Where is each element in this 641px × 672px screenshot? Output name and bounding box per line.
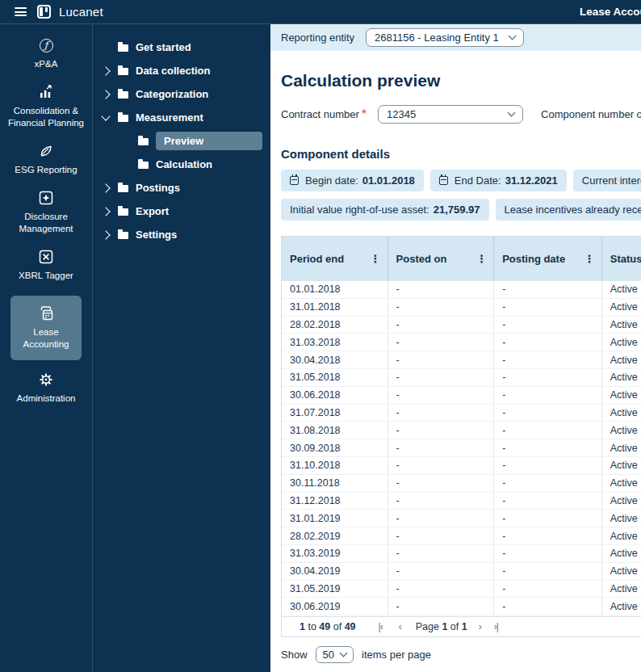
chevron-right-icon[interactable] (101, 90, 110, 99)
column-menu-icon[interactable]: ⋮ (584, 253, 595, 265)
tree-item-settings[interactable]: Settings (93, 223, 270, 246)
cell-posting-date: - (494, 598, 602, 615)
cell-posted-on: - (388, 439, 495, 456)
chip-value: 31.12.2021 (505, 174, 558, 187)
tree-item-get-started[interactable]: Get started (93, 36, 270, 59)
folder-icon (138, 162, 149, 169)
cell-posted-on: - (388, 598, 495, 615)
tree-item-label-selected: Preview (156, 132, 262, 150)
main-content: Reporting entity 2681156 - Leasing Entit… (270, 24, 641, 672)
cell-posting-date: - (494, 457, 602, 474)
cell-posted-on: - (388, 351, 495, 368)
table-row: 30.04.2018 - - Active (282, 351, 641, 369)
tree-item-postings[interactable]: Postings (93, 176, 270, 200)
first-page-icon[interactable]: |‹ (379, 621, 383, 632)
tree-item-data-collection[interactable]: Data collection (93, 59, 270, 82)
cell-posting-date: - (494, 475, 602, 492)
cell-posting-date: - (494, 317, 602, 334)
column-header-posting-date[interactable]: Posting date ⋮ (494, 237, 602, 281)
bar-chart-icon (39, 84, 53, 100)
cell-period-end: 31.08.2018 (282, 422, 388, 439)
folder-icon (118, 91, 128, 99)
tree-item-categorization[interactable]: Categorization (93, 82, 270, 106)
cell-posted-on: - (388, 317, 495, 334)
chevron-right-icon[interactable] (101, 230, 110, 239)
folder-icon (118, 185, 128, 192)
function-circle-icon: ƒ (40, 39, 53, 52)
chevron-right-icon[interactable] (101, 207, 110, 216)
cell-posted-on: - (388, 281, 495, 298)
chip-initial-value: Initial value right-of-use asset: 21,759… (281, 199, 489, 220)
cell-period-end: 31.01.2019 (282, 510, 388, 527)
cell-period-end: 30.11.2018 (282, 475, 388, 492)
table-row: 30.06.2018 - - Active (282, 387, 641, 405)
cell-posting-date: - (494, 545, 602, 562)
cell-posting-date: - (494, 510, 602, 527)
column-header-status[interactable]: Status (602, 237, 641, 281)
row-range: 1 to 49 of 49 (300, 621, 356, 632)
cell-period-end: 31.05.2018 (282, 369, 388, 386)
chip-value: 01.01.2018 (362, 174, 415, 187)
rail-item-consolidation[interactable]: Consolidation & Financial Planning (6, 84, 86, 129)
table-row: 31.01.2019 - - Active (282, 510, 641, 527)
rail-item-xpa[interactable]: ƒ xP&A (6, 37, 86, 70)
next-page-icon[interactable]: › (479, 621, 481, 632)
column-menu-icon[interactable]: ⋮ (476, 253, 487, 265)
rail-item-esg[interactable]: ESG Reporting (6, 143, 86, 176)
chevron-down-icon[interactable] (101, 111, 110, 120)
cell-status: Active (602, 334, 641, 351)
rail-item-administration[interactable]: Administration (6, 372, 86, 405)
calendar-icon (439, 176, 448, 185)
table-pagination: 1 to 49 of 49 |‹ ‹ Page 1 of 1 › ›| (282, 616, 641, 636)
component-number-label: Component number or ID (541, 108, 641, 120)
leaf-icon (39, 143, 53, 159)
tree-item-measurement[interactable]: Measurement (93, 106, 270, 129)
chip-label: Initial value right-of-use asset: (290, 204, 429, 216)
tree-item-export[interactable]: Export (93, 200, 270, 223)
chevron-right-icon[interactable] (101, 183, 110, 192)
table-row: 30.04.2019 - - Active (282, 563, 641, 581)
cell-posting-date: - (494, 405, 602, 422)
reporting-entity-select[interactable]: 2681156 - Leasing Entity 1 (366, 28, 524, 47)
cell-period-end: 30.04.2018 (282, 351, 388, 368)
previous-page-icon[interactable]: ‹ (399, 621, 401, 632)
column-menu-icon[interactable]: ⋮ (371, 253, 381, 265)
chevron-down-icon (340, 649, 348, 657)
last-page-icon[interactable]: ›| (494, 621, 498, 632)
chip-begin-date: Begin date: 01.01.2018 (281, 170, 424, 191)
x-square-icon (39, 249, 53, 265)
rail-item-lease-accounting[interactable]: Lease Accounting (10, 296, 82, 360)
cell-status: Active (602, 563, 641, 580)
cell-posting-date: - (494, 281, 602, 298)
rail-item-xbrl[interactable]: XBRL Tagger (6, 249, 86, 282)
chip-label: End Date: (455, 174, 501, 187)
cell-period-end: 28.02.2018 (282, 317, 388, 334)
column-header-posted-on[interactable]: Posted on ⋮ (388, 237, 495, 281)
cell-period-end: 30.09.2018 (282, 439, 388, 456)
chip-end-date: End Date: 31.12.2021 (430, 170, 567, 191)
page-size-select[interactable]: 50 (316, 646, 354, 663)
cell-period-end: 31.05.2019 (282, 581, 388, 598)
calendar-icon (290, 176, 299, 185)
spacer (103, 44, 109, 51)
chevron-right-icon[interactable] (101, 66, 110, 75)
tree-item-preview[interactable]: Preview (93, 129, 270, 153)
cell-posting-date: - (494, 439, 602, 456)
rail-item-disclosure[interactable]: Disclosure Management (6, 190, 86, 235)
tree-item-label: Calculation (156, 158, 212, 170)
tree-item-calculation[interactable]: Calculation (93, 153, 270, 176)
cell-status: Active (602, 439, 641, 456)
reporting-entity-value: 2681156 - Leasing Entity 1 (375, 32, 499, 44)
page-size-value: 50 (323, 649, 334, 661)
cell-status: Active (602, 281, 641, 298)
contract-number-select[interactable]: 12345 (378, 105, 523, 124)
cell-period-end: 31.01.2018 (282, 299, 388, 316)
cell-period-end: 31.10.2018 (282, 457, 388, 474)
rail-item-label: XBRL Tagger (19, 270, 73, 282)
table-row: 31.05.2018 - - Active (282, 369, 641, 387)
column-header-period-end[interactable]: Period end ⋮ (282, 237, 388, 281)
cell-posted-on: - (388, 387, 495, 404)
hamburger-menu-icon[interactable] (15, 7, 27, 16)
table-body: 01.01.2018 - - Active 31.01.2018 - - Act… (282, 281, 641, 616)
reporting-entity-label: Reporting entity (281, 32, 354, 44)
